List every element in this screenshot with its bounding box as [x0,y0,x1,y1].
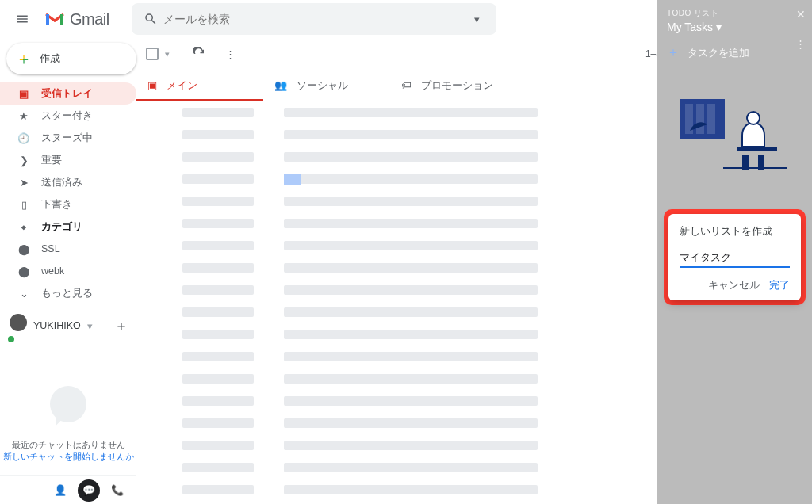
label-icon: ⬤ [17,243,30,255]
select-all-checkbox[interactable] [146,48,159,60]
svg-rect-1 [60,14,63,25]
gmail-m-icon [44,11,65,27]
hangouts-empty-state: 最近のチャットはありません 新しいチャットを開始しませんか [0,338,136,471]
important-icon: ❯ [17,155,30,166]
send-icon: ➤ [17,177,30,189]
search-options-icon[interactable]: ▾ [465,13,490,25]
done-button[interactable]: 完了 [769,279,790,292]
sidebar-item-more[interactable]: ⌄もっと見る [0,282,136,304]
chevron-down-icon[interactable]: ▾ [165,49,170,59]
chevron-down-icon: ▾ [716,21,722,33]
main-menu-button[interactable] [6,3,38,35]
compose-button[interactable]: ＋ 作成 [6,43,136,74]
category-icon: ⬥ [17,221,30,232]
svg-rect-0 [46,14,49,25]
close-panel-button[interactable]: ✕ [796,8,806,21]
draft-icon: ▯ [17,199,30,211]
hangouts-header: YUKIHIKO ▾ ＋ [0,309,136,338]
tasks-menu-button[interactable]: ⋮ [795,38,806,50]
tab-primary[interactable]: ▣メイン [136,70,263,101]
svg-rect-15 [707,104,715,134]
sidebar: ＋ 作成 ▣受信トレイ ★スター付き 🕘スヌーズ中 ❯重要 ➤送信済み ▯下書き… [0,38,136,504]
inbox-icon: ▣ [17,88,30,100]
hangouts-footer: 👤 💬 📞 [0,475,136,504]
sidebar-item-inbox[interactable]: ▣受信トレイ [0,82,136,105]
dialog-title: 新しいリストを作成 [680,225,790,239]
presence-dot-icon [8,336,14,342]
tab-promotions[interactable]: 🏷プロモーション [390,70,517,101]
tab-social[interactable]: 👥ソーシャル [263,70,390,101]
chevron-down-icon: ⌄ [17,288,30,300]
sidebar-item-starred[interactable]: ★スター付き [0,105,136,127]
inbox-icon: ▣ [147,79,157,91]
search-icon[interactable] [138,12,163,26]
cancel-button[interactable]: キャンセル [708,279,760,292]
hangouts-chats-tab[interactable]: 💬 [78,479,100,502]
new-chat-button[interactable]: ＋ [114,316,128,335]
svg-rect-20 [723,167,787,169]
chat-bubble-icon [50,386,86,422]
search-bar[interactable]: ▾ [132,3,496,35]
refresh-button[interactable] [192,47,206,61]
star-icon: ★ [17,110,30,122]
hangouts-user[interactable]: YUKIHIKO ▾ [10,314,93,338]
sidebar-item-important[interactable]: ❯重要 [0,149,136,171]
chevron-down-icon: ▾ [87,320,93,332]
tasks-illustration [676,91,795,178]
tasks-panel: TODO リスト My Tasks ▾ ✕ ＋ タスクを追加 ⋮ [657,0,812,504]
tag-icon: 🏷 [401,79,412,91]
sidebar-item-webk[interactable]: ⬤webk [0,260,136,282]
sidebar-item-drafts[interactable]: ▯下書き [0,193,136,216]
add-task-button[interactable]: ＋ タスクを追加 [657,38,812,67]
gmail-wordmark: Gmail [70,10,109,29]
sidebar-item-ssl[interactable]: ⬤SSL [0,238,136,260]
label-icon: ⬤ [17,265,30,277]
hangouts-contacts-tab[interactable]: 👤 [49,479,71,502]
list-name-input[interactable] [680,248,790,268]
tasks-list-selector[interactable]: My Tasks ▾ [667,21,802,33]
gmail-logo[interactable]: Gmail [44,10,125,29]
hangouts-calls-tab[interactable]: 📞 [106,479,128,502]
clock-icon: 🕘 [17,132,30,144]
search-input[interactable] [163,13,465,25]
svg-rect-14 [696,104,704,134]
create-list-dialog: 新しいリストを作成 キャンセル 完了 [664,209,806,305]
more-menu-button[interactable]: ⋮ [225,48,236,60]
svg-point-17 [747,112,760,124]
sidebar-item-sent[interactable]: ➤送信済み [0,171,136,193]
compose-label: 作成 [40,52,60,66]
people-icon: 👥 [274,79,287,91]
sidebar-item-categories[interactable]: ⬥カテゴリ [0,216,136,238]
start-chat-link[interactable]: 新しいチャットを開始しませんか [3,451,134,463]
sidebar-item-snoozed[interactable]: 🕘スヌーズ中 [0,127,136,149]
plus-icon: ＋ [16,48,32,70]
plus-icon: ＋ [667,44,680,61]
tasks-kicker: TODO リスト [667,8,802,19]
